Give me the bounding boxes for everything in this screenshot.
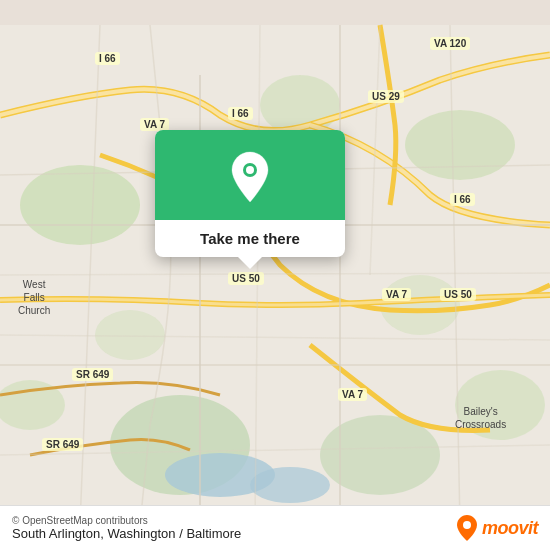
road-label-sr649-1: SR 649 bbox=[72, 368, 113, 381]
road-label-va7-far: VA 7 bbox=[338, 388, 367, 401]
road-label-us50-left: US 50 bbox=[228, 272, 264, 285]
svg-point-2 bbox=[405, 110, 515, 180]
svg-point-13 bbox=[246, 166, 254, 174]
road-label-va120: VA 120 bbox=[430, 37, 470, 50]
take-me-there-label: Take me there bbox=[200, 230, 300, 247]
bottom-left-info: © OpenStreetMap contributors South Arlin… bbox=[12, 515, 241, 541]
popup-header bbox=[155, 130, 345, 220]
svg-point-11 bbox=[250, 467, 330, 503]
moovit-pin-icon bbox=[456, 514, 478, 542]
map-container: I 66 I 66 VA 120 VA 7 VA 7 VA 7 US 29 US… bbox=[0, 0, 550, 550]
bottom-bar: © OpenStreetMap contributors South Arlin… bbox=[0, 505, 550, 550]
road-label-us50-right: US 50 bbox=[440, 288, 476, 301]
map-svg bbox=[0, 0, 550, 550]
road-label-i66-center: I 66 bbox=[228, 107, 253, 120]
take-me-there-button[interactable]: Take me there bbox=[155, 220, 345, 257]
road-label-sr649-2: SR 649 bbox=[42, 438, 83, 451]
road-label-i66-right: I 66 bbox=[450, 193, 475, 206]
place-label-west-falls: WestFallsChurch bbox=[18, 278, 50, 317]
moovit-logo: moovit bbox=[456, 514, 538, 542]
location-pin-icon bbox=[228, 150, 272, 204]
svg-point-8 bbox=[380, 275, 460, 335]
svg-point-9 bbox=[95, 310, 165, 360]
road-label-i66-top: I 66 bbox=[95, 52, 120, 65]
road-label-va7-right: VA 7 bbox=[382, 288, 411, 301]
svg-point-5 bbox=[320, 415, 440, 495]
copyright-text: © OpenStreetMap contributors bbox=[12, 515, 241, 526]
svg-point-14 bbox=[463, 521, 471, 529]
place-label-baileys: Bailey'sCrossroads bbox=[455, 405, 506, 431]
location-text: South Arlington, Washington / Baltimore bbox=[12, 526, 241, 541]
svg-point-1 bbox=[20, 165, 140, 245]
moovit-text: moovit bbox=[482, 518, 538, 539]
popup-card: Take me there bbox=[155, 130, 345, 257]
road-label-us29: US 29 bbox=[368, 90, 404, 103]
